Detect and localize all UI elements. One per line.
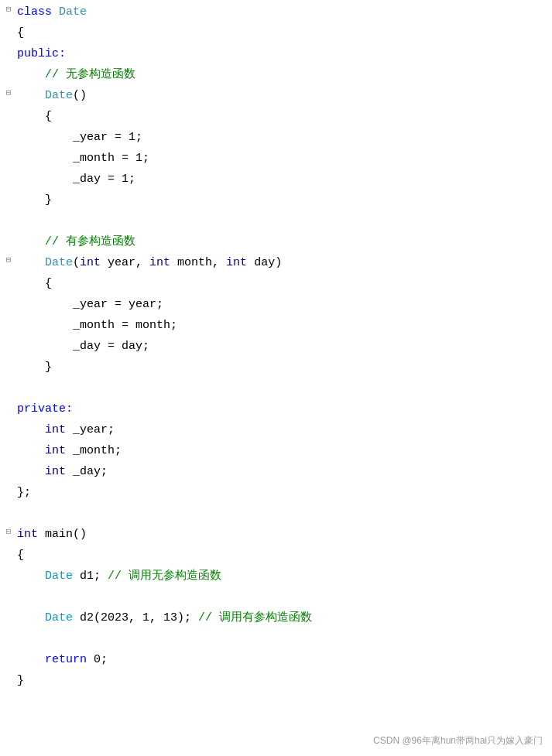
code-token: }	[17, 361, 52, 374]
code-text: Date(int year, int month, int day)	[15, 254, 552, 272]
code-token: };	[17, 486, 31, 499]
gutter-icon[interactable]: ⊟	[3, 3, 14, 16]
code-text: _year = 1;	[15, 128, 552, 146]
code-token: {	[17, 549, 24, 562]
code-line: {	[0, 546, 552, 567]
code-line	[0, 212, 552, 233]
code-text: _month = 1;	[15, 149, 552, 167]
code-token	[17, 423, 45, 436]
code-token: main()	[38, 528, 87, 541]
code-line: _month = month;	[0, 316, 552, 337]
code-token: Date	[45, 570, 73, 583]
code-token: _year = 1;	[17, 131, 142, 144]
fold-collapse-icon[interactable]: ⊟	[6, 87, 12, 100]
code-line: }	[0, 672, 552, 693]
code-line: private:	[0, 400, 552, 421]
code-token: Date	[59, 5, 87, 19]
code-line: }	[0, 358, 552, 379]
code-token	[17, 465, 45, 478]
code-token: Date	[45, 89, 73, 102]
code-text	[15, 505, 552, 522]
code-text: int _month;	[15, 442, 552, 460]
code-token: ()	[73, 89, 87, 102]
code-token	[17, 570, 45, 583]
code-text	[15, 379, 552, 397]
code-text: int _year;	[15, 421, 552, 439]
code-text: Date()	[15, 87, 552, 104]
code-token: int	[149, 256, 170, 269]
code-text: {	[15, 24, 552, 42]
code-line: ⊟class Date	[0, 3, 552, 24]
code-token: _month = month;	[17, 319, 177, 332]
code-token: // 有参构造函数	[45, 235, 135, 248]
code-text: {	[15, 546, 552, 564]
code-token: _day = day;	[17, 340, 149, 353]
code-container: ⊟class Date{public: // 无参构造函数⊟ Date() { …	[0, 0, 552, 756]
code-token	[17, 653, 45, 666]
code-text: {	[15, 108, 552, 125]
code-token: // 调用有参构造函数	[198, 611, 312, 624]
code-token: class	[17, 5, 59, 19]
fold-collapse-icon[interactable]: ⊟	[6, 525, 12, 539]
code-line	[0, 505, 552, 525]
code-token	[17, 611, 45, 624]
code-token: int	[226, 256, 247, 269]
code-token: int	[17, 528, 38, 541]
code-token: year,	[101, 256, 149, 269]
code-line	[0, 630, 552, 651]
code-line: _year = 1;	[0, 128, 552, 149]
code-token: 0;	[87, 653, 108, 666]
code-line: // 无参构造函数	[0, 66, 552, 87]
code-line: {	[0, 24, 552, 45]
code-token	[17, 89, 45, 102]
code-text	[15, 212, 552, 230]
code-lines-wrapper: ⊟class Date{public: // 无参构造函数⊟ Date() { …	[0, 3, 552, 693]
code-line: // 有参构造函数	[0, 233, 552, 254]
code-text: class Date	[15, 3, 552, 21]
code-token: day)	[247, 256, 282, 269]
fold-collapse-icon[interactable]: ⊟	[6, 254, 12, 267]
code-text: }	[15, 358, 552, 376]
fold-collapse-icon[interactable]: ⊟	[6, 3, 12, 16]
code-token: _year = year;	[17, 298, 163, 311]
code-line: _day = day;	[0, 337, 552, 358]
code-text: int _day;	[15, 463, 552, 481]
code-token: }	[17, 674, 24, 687]
code-line	[0, 588, 552, 609]
code-token: (	[73, 256, 80, 269]
gutter-icon[interactable]: ⊟	[3, 87, 14, 100]
code-token: int	[45, 465, 66, 478]
code-token: }	[17, 193, 52, 207]
code-line: ⊟ Date(int year, int month, int day)	[0, 254, 552, 275]
watermark: CSDN @96年离hun带两hai只为嫁入豪门	[373, 734, 543, 748]
code-token	[17, 444, 45, 457]
code-token: Date	[45, 256, 73, 269]
code-line: }	[0, 191, 552, 212]
code-line: {	[0, 275, 552, 296]
code-text: // 有参构造函数	[15, 233, 552, 251]
code-token: int	[80, 256, 101, 269]
code-text: _year = year;	[15, 296, 552, 313]
code-token: month,	[170, 256, 226, 269]
code-token: _month;	[66, 444, 122, 457]
code-text: Date d1; // 调用无参构造函数	[15, 567, 552, 585]
code-token: int	[45, 423, 66, 436]
code-line	[0, 379, 552, 400]
code-text	[15, 588, 552, 606]
code-line: public:	[0, 45, 552, 66]
code-token: // 调用无参构造函数	[108, 570, 221, 583]
code-line: int _day;	[0, 463, 552, 484]
gutter-icon[interactable]: ⊟	[3, 525, 14, 539]
code-text: }	[15, 672, 552, 689]
code-text: _day = day;	[15, 337, 552, 355]
code-token: int	[45, 444, 66, 457]
code-text: // 无参构造函数	[15, 66, 552, 84]
code-token: d1;	[73, 570, 108, 583]
code-text: _day = 1;	[15, 170, 552, 188]
code-token	[17, 68, 45, 81]
code-token: _day;	[66, 465, 108, 478]
code-text: public:	[15, 45, 552, 63]
gutter-icon[interactable]: ⊟	[3, 254, 14, 267]
code-token: // 无参构造函数	[45, 68, 135, 81]
code-text: int main()	[15, 525, 552, 543]
